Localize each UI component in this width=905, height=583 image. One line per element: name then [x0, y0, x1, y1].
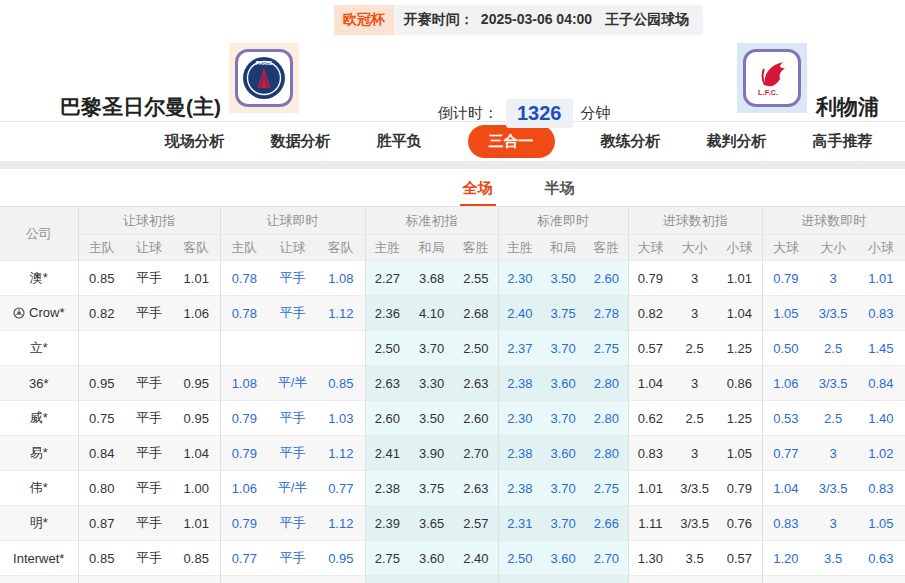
nav-tab-5[interactable]: 教练分析 [601, 132, 661, 151]
odds-cell: 0.84 [857, 366, 905, 401]
odds-cell: 0.77 [762, 436, 809, 471]
company-cell [0, 576, 78, 583]
group-header-row: 公司 让球初指让球即时标准初指标准即时进球数初指进球数即时 [0, 207, 905, 235]
odds-cell: 2.41 [365, 436, 409, 471]
odds-cell: 1.01 [857, 261, 905, 296]
odds-cell: 0.83 [762, 506, 809, 541]
odds-cell [409, 576, 454, 583]
odds-cell: 0.95 [173, 401, 220, 436]
odds-cell: 1.05 [762, 296, 809, 331]
odds-cell: 2.63 [454, 471, 498, 506]
venue: 王子公园球场 [605, 12, 689, 28]
odds-cell: 0.78 [220, 296, 268, 331]
nav-tab-1[interactable]: 现场分析 [165, 132, 225, 151]
odds-cell: 2.31 [498, 506, 541, 541]
match-header: 巴黎圣日尔曼(主) PARIS 倒计时： 1326 分钟 L.F.C. 利物浦 [0, 35, 905, 122]
odds-cell: 平/半 [268, 366, 317, 401]
odds-cell: 1.45 [857, 331, 905, 366]
company-cell: 36* [0, 366, 78, 401]
odds-cell: 0.85 [317, 366, 365, 401]
odds-cell [317, 576, 365, 583]
nav-tab-6[interactable]: 裁判分析 [707, 132, 767, 151]
table-row: Crow*0.82平手1.060.78平手1.122.364.102.682.4… [0, 296, 905, 331]
odds-cell [454, 576, 498, 583]
col-header: 小球 [717, 235, 762, 261]
liverpool-crest-icon: L.F.C. [750, 56, 794, 100]
col-header: 主胜 [498, 235, 541, 261]
company-cell: Interwet* [0, 541, 78, 576]
odds-cell: 4.10 [409, 296, 454, 331]
odds-cell [498, 576, 541, 583]
odds-cell: 0.62 [628, 401, 672, 436]
odds-cell: 2.70 [454, 436, 498, 471]
odds-cell: 2.5 [672, 401, 717, 436]
odds-cell: 3.50 [409, 401, 454, 436]
odds-cell: 0.79 [628, 261, 672, 296]
odds-cell: 0.53 [762, 401, 809, 436]
odds-cell [857, 576, 905, 583]
odds-cell: 3 [672, 261, 717, 296]
odds-cell: 2.75 [585, 471, 628, 506]
odds-cell: 2.50 [498, 541, 541, 576]
odds-cell: 0.79 [762, 261, 809, 296]
table-row: Interwet*0.85平手0.850.77平手0.952.753.602.4… [0, 541, 905, 576]
odds-cell [125, 331, 173, 366]
table-row: 立*2.503.702.502.373.702.750.572.51.250.5… [0, 331, 905, 366]
odds-cell: 1.04 [628, 366, 672, 401]
nav-tab-3[interactable]: 胜平负 [377, 132, 422, 151]
odds-cell: 2.80 [585, 366, 628, 401]
odds-cell: 平手 [125, 471, 173, 506]
table-row: 易*0.84平手1.040.79平手1.122.413.902.702.383.… [0, 436, 905, 471]
odds-cell: 3.60 [541, 541, 585, 576]
odds-cell: 0.79 [220, 401, 268, 436]
col-header: 客队 [317, 235, 365, 261]
psg-crest-icon: PARIS [241, 55, 287, 101]
odds-cell [125, 576, 173, 583]
odds-cell: 2.63 [454, 366, 498, 401]
odds-cell: 0.57 [628, 331, 672, 366]
col-header: 大小 [809, 235, 857, 261]
table-row: 威*0.75平手0.950.79平手1.032.603.502.602.303.… [0, 401, 905, 436]
nav-tab-4[interactable]: 三合一 [468, 125, 555, 158]
col-header: 让球 [125, 235, 173, 261]
sub-tab-2[interactable]: 半场 [542, 172, 578, 206]
odds-cell: 0.83 [857, 471, 905, 506]
odds-cell: 0.63 [857, 541, 905, 576]
league-badge[interactable]: 欧冠杯 [334, 5, 394, 35]
odds-cell [268, 331, 317, 366]
odds-cell: 平手 [125, 261, 173, 296]
col-header: 大球 [628, 235, 672, 261]
odds-cell [585, 576, 628, 583]
nav-tab-2[interactable]: 数据分析 [271, 132, 331, 151]
odds-cell: 3/3.5 [672, 471, 717, 506]
odds-cell: 1.08 [220, 366, 268, 401]
odds-cell: 2.30 [498, 261, 541, 296]
sub-tab-1[interactable]: 全场 [460, 172, 496, 206]
col-header: 客胜 [585, 235, 628, 261]
odds-cell: 0.77 [317, 471, 365, 506]
odds-cell [672, 576, 717, 583]
odds-cell: 0.79 [220, 506, 268, 541]
nav-tab-7[interactable]: 高手推荐 [813, 132, 873, 151]
odds-tbody: 澳*0.85平手1.010.78平手1.082.273.682.552.303.… [0, 261, 905, 583]
odds-cell: 3.60 [541, 436, 585, 471]
table-row: 36*0.95平手0.951.08平/半0.852.633.302.632.38… [0, 366, 905, 401]
odds-cell: 2.5 [809, 331, 857, 366]
odds-cell [173, 331, 220, 366]
odds-cell: 1.04 [762, 471, 809, 506]
odds-cell [220, 576, 268, 583]
company-cell: 威* [0, 401, 78, 436]
odds-cell: 2.50 [365, 331, 409, 366]
odds-cell: 2.38 [498, 436, 541, 471]
col-header: 主队 [78, 235, 125, 261]
odds-cell: 平/半 [268, 471, 317, 506]
odds-cell: 0.83 [857, 296, 905, 331]
svg-text:L.F.C.: L.F.C. [758, 88, 778, 97]
group-header: 让球即时 [220, 207, 365, 235]
odds-cell: 3/3.5 [809, 296, 857, 331]
odds-cell: 3.75 [541, 296, 585, 331]
odds-cell: 2.38 [498, 471, 541, 506]
odds-cell: 1.25 [717, 401, 762, 436]
odds-cell: 0.57 [717, 541, 762, 576]
odds-cell: 2.68 [454, 296, 498, 331]
